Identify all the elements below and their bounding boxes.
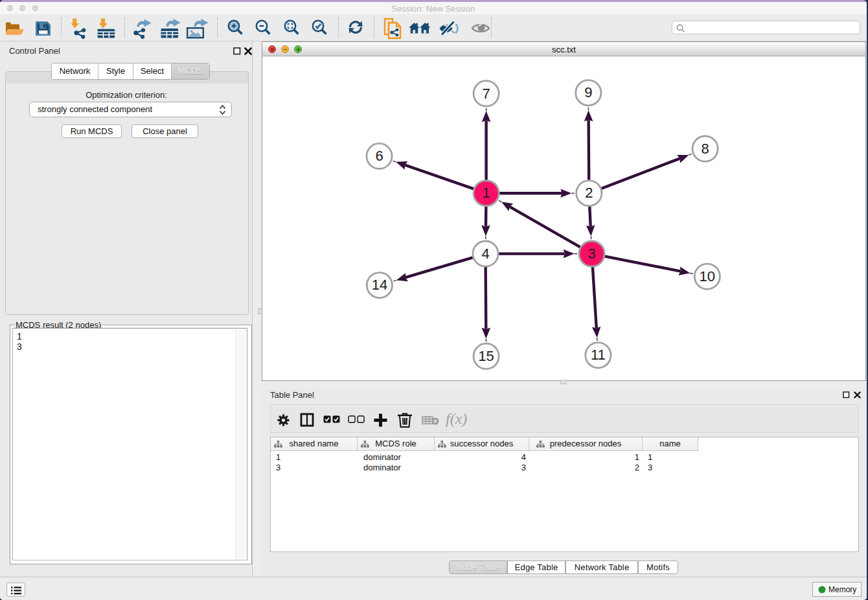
svg-text:11: 11 <box>591 347 606 363</box>
svg-text:1: 1 <box>482 185 490 201</box>
svg-text:8: 8 <box>701 141 709 157</box>
svg-text:4: 4 <box>481 246 489 262</box>
svg-text:2: 2 <box>585 185 593 201</box>
svg-text:10: 10 <box>700 268 715 284</box>
svg-text:9: 9 <box>584 84 592 100</box>
svg-text:15: 15 <box>478 348 494 364</box>
svg-text:6: 6 <box>375 148 383 164</box>
svg-text:3: 3 <box>588 246 595 262</box>
svg-text:14: 14 <box>372 277 387 293</box>
svg-text:7: 7 <box>482 86 490 102</box>
